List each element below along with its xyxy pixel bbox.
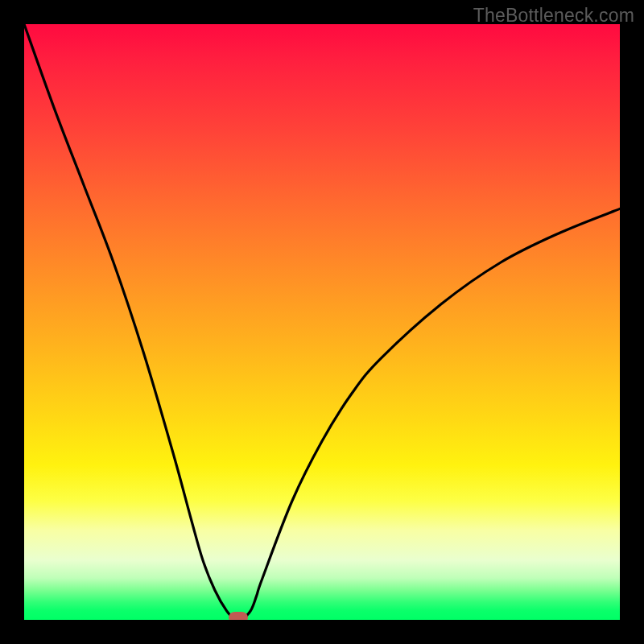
chart-canvas: TheBottleneck.com	[0, 0, 644, 644]
bottleneck-curve	[24, 24, 620, 620]
plot-frame	[24, 24, 620, 620]
optimum-marker	[229, 612, 248, 620]
plot-area	[24, 24, 620, 620]
curve-layer	[24, 24, 620, 620]
watermark-text: TheBottleneck.com	[473, 5, 634, 27]
